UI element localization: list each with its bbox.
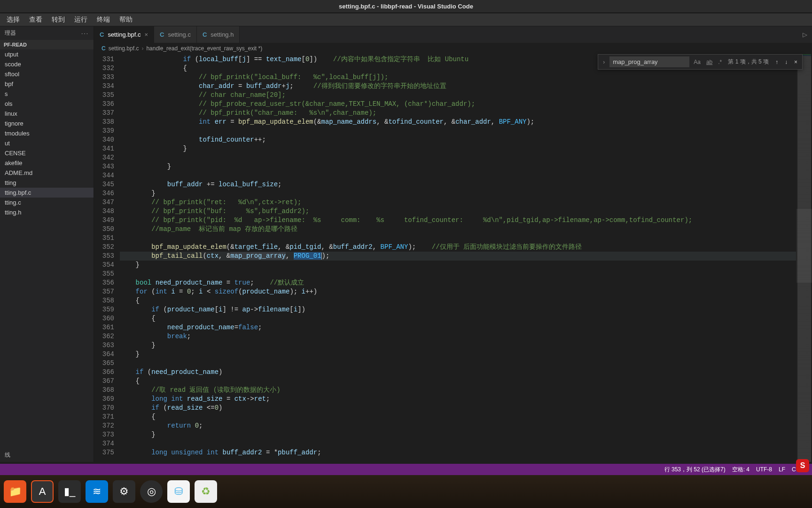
file-tree[interactable]: utputscodesftoolbpfsolslinuxtignoretmodu…	[0, 49, 94, 448]
code-line[interactable]: // bpf_printk("ret: %d\n",ctx->ret);	[120, 198, 796, 207]
tree-item[interactable]: sftool	[0, 69, 94, 79]
code-line[interactable]: buff_addr += local_buff_size;	[120, 180, 796, 189]
code-line[interactable]: bpf_map_update_elem(&target_file, &pid_t…	[120, 243, 796, 252]
tree-item[interactable]: tignore	[0, 119, 94, 128]
dock-vscode[interactable]: ≋	[86, 480, 108, 503]
menu-goto[interactable]: 转到	[48, 14, 69, 25]
match-case-icon[interactable]: Aa	[692, 58, 702, 66]
tree-item[interactable]: linux	[0, 109, 94, 119]
code-line[interactable]: long int read_size = ctx->ret;	[120, 395, 796, 404]
code-line[interactable]	[120, 439, 796, 448]
menu-select[interactable]: 选择	[3, 14, 23, 25]
code-line[interactable]	[120, 127, 796, 135]
code-line[interactable]: long unsigned int buff_addr2 = *pbuff_ad…	[120, 448, 796, 457]
code-line[interactable]: bpf_tail_call(ctx, &map_prog_array, PROG…	[120, 252, 796, 261]
status-encoding[interactable]: UTF-8	[756, 466, 772, 473]
tree-item[interactable]: tting	[0, 178, 94, 188]
code-line[interactable]: }	[120, 430, 796, 439]
code-line[interactable]: {	[120, 314, 796, 323]
breadcrumb-symbol[interactable]: handle_read_exit(trace_event_raw_sys_exi…	[146, 45, 262, 52]
code-line[interactable]: // bpf_printk("local_buff: %c",local_buf…	[120, 73, 796, 82]
minimap[interactable]	[796, 54, 812, 462]
code-line[interactable]: }	[120, 261, 796, 270]
code-area[interactable]: if (local_buff[j] == text_name[0]) //内容中…	[120, 54, 796, 462]
code-line[interactable]: }	[120, 350, 796, 359]
status-position[interactable]: 行 353，列 52 (已选择7)	[664, 466, 726, 474]
code-line[interactable]: //取 read 返回值 (读取到的数据的大小)	[120, 386, 796, 395]
code-line[interactable]: if (read_size <=0)	[120, 404, 796, 413]
dock-terminal[interactable]: ▮_	[58, 480, 81, 503]
dock-archive[interactable]: ⛁	[167, 480, 190, 503]
code-line[interactable]: }	[120, 189, 796, 198]
code-line[interactable]	[120, 153, 796, 162]
code-line[interactable]: for (int i = 0; i < sizeof(product_name)…	[120, 287, 796, 296]
code-line[interactable]: //map_name 标记当前 map 存放的是哪个路径	[120, 225, 796, 234]
code-line[interactable]: tofind_counter++;	[120, 135, 796, 144]
code-line[interactable]: {	[120, 377, 796, 386]
menu-terminal[interactable]: 终端	[93, 14, 114, 25]
tree-item[interactable]: tmodules	[0, 128, 94, 138]
next-match-icon[interactable]: ↓	[783, 58, 789, 66]
tree-item[interactable]: tting.c	[0, 198, 94, 207]
code-line[interactable]: // char char_name[20];	[120, 91, 796, 100]
code-line[interactable]	[120, 234, 796, 243]
tab-setting-c[interactable]: C setting.c	[154, 26, 197, 43]
breadcrumb-file[interactable]: setting.bpf.c	[109, 45, 139, 52]
run-icon[interactable]: ▷	[803, 31, 807, 38]
code-line[interactable]: if (need_product_name)	[120, 368, 796, 377]
tree-item[interactable]: tting.h	[0, 207, 94, 217]
code-line[interactable]: }	[120, 162, 796, 171]
code-line[interactable]: bool need_product_name = true; //默认成立	[120, 278, 796, 287]
tree-item[interactable]: akefile	[0, 158, 94, 168]
close-icon[interactable]: ×	[792, 58, 799, 66]
close-icon[interactable]: ×	[145, 31, 148, 38]
explorer-actions-icon[interactable]: ···	[81, 30, 89, 37]
ime-indicator[interactable]: S	[796, 459, 809, 472]
tree-item[interactable]: utput	[0, 49, 94, 59]
code-line[interactable]: // bpf_probe_read_user_str(&char_name,TE…	[120, 100, 796, 109]
dock-files[interactable]: 📁	[4, 480, 26, 503]
code-line[interactable]: break;	[120, 332, 796, 341]
code-line[interactable]: }	[120, 144, 796, 153]
breadcrumb[interactable]: C setting.bpf.c › handle_read_exit(trace…	[94, 43, 812, 54]
explorer-section[interactable]: PF-READ	[0, 40, 94, 49]
menu-help[interactable]: 帮助	[116, 14, 136, 25]
dock-software[interactable]: A	[31, 480, 54, 503]
dock-obs[interactable]: ◎	[140, 480, 163, 503]
match-word-icon[interactable]: ab	[705, 58, 714, 66]
status-eol[interactable]: LF	[779, 466, 785, 473]
tab-setting-h[interactable]: C setting.h	[197, 26, 240, 43]
tree-item[interactable]: bpf	[0, 79, 94, 89]
code-line[interactable]: // bpf_printk("pid: %d ap->filename: %s …	[120, 216, 796, 225]
regex-icon[interactable]: .*	[717, 58, 723, 66]
dock-settings[interactable]: ⚙	[113, 480, 135, 503]
search-input[interactable]	[609, 56, 689, 67]
prev-match-icon[interactable]: ↑	[773, 58, 780, 66]
tree-item[interactable]: ols	[0, 99, 94, 109]
tree-item[interactable]: scode	[0, 59, 94, 69]
status-language[interactable]: C	[792, 466, 796, 473]
code-line[interactable]: // bpf_printk("char_name: %s\n",char_nam…	[120, 109, 796, 118]
tree-item[interactable]: ADME.md	[0, 168, 94, 178]
code-line[interactable]: need_product_name=false;	[120, 323, 796, 332]
code-line[interactable]: if (product_name[i] != ap->filename[i])	[120, 305, 796, 314]
dock-trash[interactable]: ♻	[195, 480, 217, 503]
code-line[interactable]: int err = bpf_map_update_elem(&map_name_…	[120, 118, 796, 127]
tree-item[interactable]: s	[0, 89, 94, 99]
code-line[interactable]: char_addr = buff_addr+j; //得到我们需要修改的字符串开…	[120, 82, 796, 91]
code-line[interactable]	[120, 359, 796, 368]
code-line[interactable]	[120, 171, 796, 180]
code-line[interactable]	[120, 270, 796, 278]
menu-view[interactable]: 查看	[25, 14, 46, 25]
code-line[interactable]: // bpf_printk("buf: %s",buff_addr2);	[120, 207, 796, 216]
tree-item[interactable]: tting.bpf.c	[0, 188, 94, 198]
chevron-right-icon[interactable]: ›	[601, 58, 607, 66]
status-spaces[interactable]: 空格: 4	[732, 466, 750, 474]
code-line[interactable]: {	[120, 413, 796, 421]
code-line[interactable]: {	[120, 296, 796, 305]
menu-run[interactable]: 运行	[70, 14, 91, 25]
tree-item[interactable]: CENSE	[0, 148, 94, 158]
tree-item[interactable]: ut	[0, 138, 94, 148]
code-line[interactable]: }	[120, 341, 796, 350]
tab-setting-bpf-c[interactable]: C setting.bpf.c ×	[94, 26, 154, 43]
